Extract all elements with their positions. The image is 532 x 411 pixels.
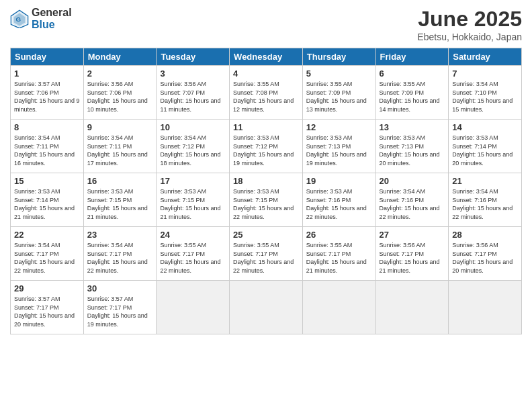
- day-cell: 30 Sunrise: 3:57 AMSunset: 7:17 PMDaylig…: [83, 281, 157, 334]
- day-info: Sunrise: 3:55 AMSunset: 7:09 PMDaylight:…: [306, 80, 372, 113]
- day-number: 22: [14, 230, 80, 240]
- day-number: 3: [160, 68, 226, 79]
- day-info: Sunrise: 3:56 AMSunset: 7:17 PMDaylight:…: [452, 241, 518, 275]
- day-cell: 24 Sunrise: 3:55 AMSunset: 7:17 PMDaylig…: [157, 227, 230, 281]
- day-info: Sunrise: 3:55 AMSunset: 7:17 PMDaylight:…: [160, 241, 226, 275]
- empty-cell: [230, 281, 303, 334]
- day-number: 19: [306, 176, 372, 186]
- day-cell: 29 Sunrise: 3:57 AMSunset: 7:17 PMDaylig…: [11, 281, 84, 334]
- day-cell: 9 Sunrise: 3:54 AMSunset: 7:11 PMDayligh…: [83, 120, 157, 173]
- title-section: June 2025 Ebetsu, Hokkaido, Japan: [417, 7, 522, 42]
- day-number: 18: [233, 176, 299, 186]
- day-number: 6: [380, 68, 445, 79]
- location: Ebetsu, Hokkaido, Japan: [417, 32, 522, 42]
- day-number: 11: [233, 122, 299, 132]
- day-cell: 15 Sunrise: 3:53 AMSunset: 7:14 PMDaylig…: [11, 173, 84, 227]
- day-info: Sunrise: 3:54 AMSunset: 7:10 PMDaylight:…: [452, 80, 518, 113]
- col-monday: Monday: [83, 48, 157, 66]
- table-row: 15 Sunrise: 3:53 AMSunset: 7:14 PMDaylig…: [11, 173, 522, 227]
- empty-cell: [449, 281, 522, 334]
- day-cell: 22 Sunrise: 3:54 AMSunset: 7:17 PMDaylig…: [11, 227, 84, 281]
- day-info: Sunrise: 3:54 AMSunset: 7:17 PMDaylight:…: [14, 241, 80, 275]
- day-cell: 23 Sunrise: 3:54 AMSunset: 7:17 PMDaylig…: [83, 227, 157, 281]
- day-number: 28: [452, 230, 518, 240]
- day-cell: 21 Sunrise: 3:54 AMSunset: 7:16 PMDaylig…: [449, 173, 522, 227]
- day-cell: 20 Sunrise: 3:54 AMSunset: 7:16 PMDaylig…: [375, 173, 449, 227]
- day-info: Sunrise: 3:57 AMSunset: 7:17 PMDaylight:…: [87, 295, 153, 328]
- day-info: Sunrise: 3:54 AMSunset: 7:17 PMDaylight:…: [87, 241, 153, 275]
- day-number: 29: [14, 283, 80, 293]
- day-cell: 25 Sunrise: 3:55 AMSunset: 7:17 PMDaylig…: [230, 227, 303, 281]
- day-info: Sunrise: 3:56 AMSunset: 7:17 PMDaylight:…: [380, 241, 445, 275]
- day-number: 24: [160, 230, 226, 240]
- day-cell: 17 Sunrise: 3:53 AMSunset: 7:15 PMDaylig…: [157, 173, 230, 227]
- day-number: 30: [87, 283, 153, 293]
- col-thursday: Thursday: [302, 48, 375, 66]
- svg-text:G: G: [15, 15, 21, 23]
- day-cell: 27 Sunrise: 3:56 AMSunset: 7:17 PMDaylig…: [375, 227, 449, 281]
- day-info: Sunrise: 3:54 AMSunset: 7:11 PMDaylight:…: [87, 134, 153, 167]
- col-wednesday: Wednesday: [230, 48, 303, 66]
- day-info: Sunrise: 3:54 AMSunset: 7:16 PMDaylight:…: [380, 187, 445, 221]
- col-tuesday: Tuesday: [157, 48, 230, 66]
- day-number: 10: [160, 122, 226, 132]
- day-number: 16: [87, 176, 153, 186]
- day-cell: 6 Sunrise: 3:55 AMSunset: 7:09 PMDayligh…: [375, 66, 449, 120]
- day-cell: 10 Sunrise: 3:54 AMSunset: 7:12 PMDaylig…: [157, 120, 230, 173]
- day-cell: 7 Sunrise: 3:54 AMSunset: 7:10 PMDayligh…: [449, 66, 522, 120]
- day-info: Sunrise: 3:55 AMSunset: 7:08 PMDaylight:…: [233, 80, 299, 113]
- day-number: 14: [452, 122, 518, 132]
- day-number: 13: [380, 122, 445, 132]
- day-cell: 26 Sunrise: 3:55 AMSunset: 7:17 PMDaylig…: [302, 227, 375, 281]
- day-info: Sunrise: 3:54 AMSunset: 7:11 PMDaylight:…: [14, 134, 80, 167]
- table-row: 1 Sunrise: 3:57 AMSunset: 7:06 PMDayligh…: [11, 66, 522, 120]
- day-info: Sunrise: 3:57 AMSunset: 7:06 PMDaylight:…: [14, 80, 80, 113]
- logo-general: General: [32, 7, 72, 18]
- day-cell: 13 Sunrise: 3:53 AMSunset: 7:13 PMDaylig…: [375, 120, 449, 173]
- day-info: Sunrise: 3:53 AMSunset: 7:14 PMDaylight:…: [452, 134, 518, 167]
- month-title: June 2025: [417, 7, 522, 32]
- day-number: 17: [160, 176, 226, 186]
- day-info: Sunrise: 3:54 AMSunset: 7:12 PMDaylight:…: [160, 134, 226, 167]
- logo-icon: G: [10, 9, 29, 28]
- day-number: 26: [306, 230, 372, 240]
- day-info: Sunrise: 3:56 AMSunset: 7:07 PMDaylight:…: [160, 80, 226, 113]
- day-info: Sunrise: 3:54 AMSunset: 7:16 PMDaylight:…: [452, 187, 518, 221]
- col-sunday: Sunday: [11, 48, 84, 66]
- day-number: 27: [380, 230, 445, 240]
- logo-blue: Blue: [32, 19, 55, 30]
- col-friday: Friday: [375, 48, 449, 66]
- table-row: 22 Sunrise: 3:54 AMSunset: 7:17 PMDaylig…: [11, 227, 522, 281]
- day-info: Sunrise: 3:53 AMSunset: 7:14 PMDaylight:…: [14, 187, 80, 221]
- day-info: Sunrise: 3:57 AMSunset: 7:17 PMDaylight:…: [14, 295, 80, 328]
- day-number: 5: [306, 68, 372, 79]
- day-cell: 16 Sunrise: 3:53 AMSunset: 7:15 PMDaylig…: [83, 173, 157, 227]
- day-cell: 18 Sunrise: 3:53 AMSunset: 7:15 PMDaylig…: [230, 173, 303, 227]
- day-number: 21: [452, 176, 518, 186]
- table-row: 29 Sunrise: 3:57 AMSunset: 7:17 PMDaylig…: [11, 281, 522, 334]
- day-info: Sunrise: 3:55 AMSunset: 7:09 PMDaylight:…: [380, 80, 445, 113]
- day-info: Sunrise: 3:53 AMSunset: 7:15 PMDaylight:…: [233, 187, 299, 221]
- day-number: 23: [87, 230, 153, 240]
- day-number: 2: [87, 68, 153, 79]
- day-cell: 19 Sunrise: 3:53 AMSunset: 7:16 PMDaylig…: [302, 173, 375, 227]
- col-saturday: Saturday: [449, 48, 522, 66]
- empty-cell: [157, 281, 230, 334]
- day-info: Sunrise: 3:55 AMSunset: 7:17 PMDaylight:…: [233, 241, 299, 275]
- page: G General Blue June 2025 Ebetsu, Hokkaid…: [0, 0, 532, 411]
- day-cell: 12 Sunrise: 3:53 AMSunset: 7:13 PMDaylig…: [302, 120, 375, 173]
- empty-cell: [302, 281, 375, 334]
- day-info: Sunrise: 3:53 AMSunset: 7:16 PMDaylight:…: [306, 187, 372, 221]
- day-number: 9: [87, 122, 153, 132]
- day-number: 1: [14, 68, 80, 79]
- empty-cell: [375, 281, 449, 334]
- logo-text: General Blue: [32, 7, 72, 31]
- calendar-table: Sunday Monday Tuesday Wednesday Thursday…: [10, 48, 522, 334]
- day-cell: 11 Sunrise: 3:53 AMSunset: 7:12 PMDaylig…: [230, 120, 303, 173]
- day-cell: 4 Sunrise: 3:55 AMSunset: 7:08 PMDayligh…: [230, 66, 303, 120]
- day-cell: 14 Sunrise: 3:53 AMSunset: 7:14 PMDaylig…: [449, 120, 522, 173]
- day-cell: 5 Sunrise: 3:55 AMSunset: 7:09 PMDayligh…: [302, 66, 375, 120]
- logo: G General Blue: [10, 7, 72, 31]
- day-number: 15: [14, 176, 80, 186]
- day-info: Sunrise: 3:55 AMSunset: 7:17 PMDaylight:…: [306, 241, 372, 275]
